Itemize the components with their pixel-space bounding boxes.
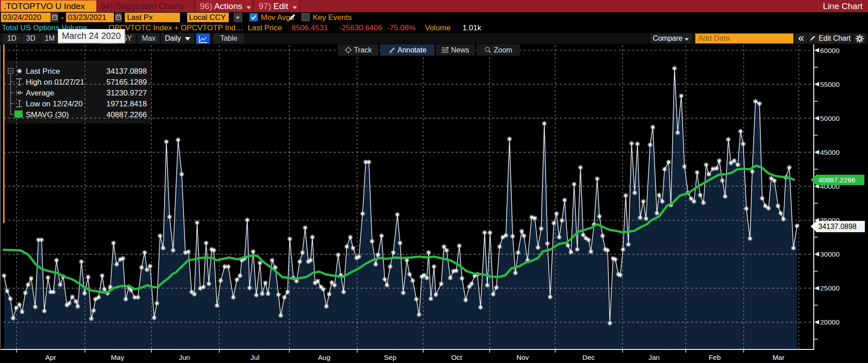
svg-text:25000: 25000	[820, 284, 840, 292]
svg-text:34137.0898: 34137.0898	[818, 223, 857, 230]
svg-text:57165.1289: 57165.1289	[106, 78, 147, 86]
svg-text:40887.2266: 40887.2266	[106, 110, 147, 119]
svg-text:May: May	[111, 353, 124, 361]
svg-text:Sep: Sep	[384, 353, 396, 361]
svg-text:50000: 50000	[820, 115, 840, 122]
svg-text:60000: 60000	[820, 47, 840, 54]
svg-text:Last Price: Last Price	[26, 67, 60, 76]
svg-text:34137.0898: 34137.0898	[106, 67, 147, 76]
svg-text:Low on 12/24/20: Low on 12/24/20	[26, 100, 83, 108]
svg-text:20000: 20000	[820, 318, 840, 326]
svg-text:Dec: Dec	[582, 353, 595, 361]
svg-text:Jun: Jun	[179, 353, 190, 361]
svg-text:SMAVG (30): SMAVG (30)	[26, 110, 69, 119]
svg-text:45000: 45000	[820, 148, 840, 156]
svg-text:30000: 30000	[820, 250, 840, 258]
svg-text:Average: Average	[26, 89, 54, 97]
svg-text:Nov: Nov	[516, 353, 529, 361]
svg-text:Jan: Jan	[649, 353, 660, 361]
svg-text:19712.8418: 19712.8418	[106, 100, 147, 108]
svg-text:Oct: Oct	[451, 353, 462, 361]
svg-text:High on 01/27/21: High on 01/27/21	[26, 78, 85, 86]
svg-text:31230.9727: 31230.9727	[106, 89, 147, 97]
svg-text:Aug: Aug	[318, 353, 330, 361]
svg-text:55000: 55000	[820, 81, 840, 88]
svg-text:Feb: Feb	[709, 353, 721, 361]
svg-text:Mar: Mar	[773, 353, 785, 361]
svg-text:40887.2266: 40887.2266	[818, 176, 855, 184]
svg-text:Jul: Jul	[250, 353, 259, 361]
svg-text:Apr: Apr	[45, 353, 56, 361]
